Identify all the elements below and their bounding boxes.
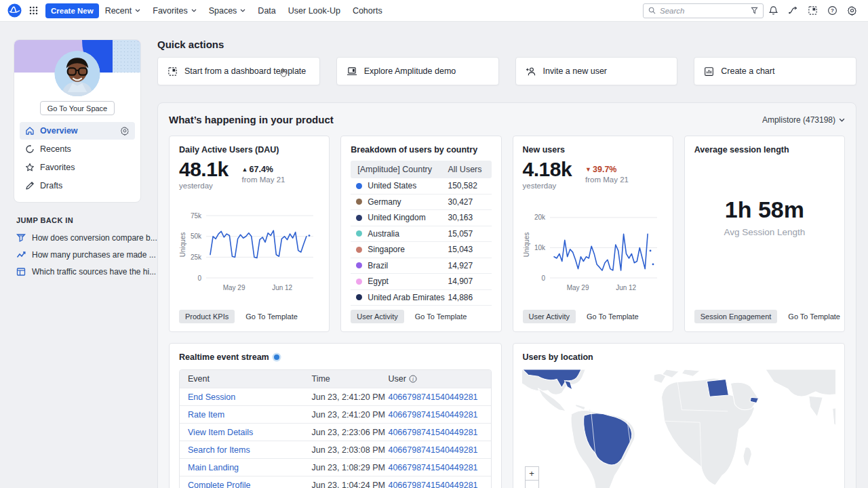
jump-item-label: How many purchases are made ... — [32, 250, 156, 260]
user-id-link[interactable]: 4066798741540449281 — [388, 445, 477, 455]
jump-item-table-chart[interactable]: Which traffic sources have the hi... — [16, 267, 141, 277]
user-id-link[interactable]: 4066798741540449281 — [388, 481, 477, 488]
country-name: Singapore — [368, 245, 448, 254]
category-chip[interactable]: User Activity — [523, 310, 576, 323]
jump-item-line-chart[interactable]: How many purchases are made ... — [16, 250, 141, 260]
country-row[interactable]: United States 150,582 — [351, 178, 491, 195]
event-row: Main Landing Jun 23, 1:08:29 PM 40667987… — [180, 458, 491, 476]
new-users-value: 4.18k — [523, 159, 572, 180]
user-id-link[interactable]: 4066798741540449281 — [388, 463, 477, 472]
metric-cards-row: Daily Active Users (DAU) 48.1k yesterday… — [169, 136, 845, 332]
country-table: [Amplitude] Country All Users United Sta… — [351, 161, 491, 306]
category-chip[interactable]: User Activity — [351, 310, 404, 323]
sidebar-item-drafts[interactable]: Drafts — [20, 177, 135, 195]
journeys-icon[interactable] — [783, 1, 803, 20]
category-chip[interactable]: Product KPIs — [179, 310, 235, 323]
user-id-link[interactable]: 4066798741540449281 — [388, 410, 477, 420]
new-users-line-chart[interactable]: 010k20kUniquesMay 29Jun 12 — [523, 205, 663, 304]
event-link[interactable]: Search for Items — [188, 445, 250, 455]
project-selector[interactable]: Amplistore (473198) — [762, 115, 845, 125]
series-color-dot — [356, 262, 362, 268]
quick-action-create-chart[interactable]: Create a chart — [694, 57, 856, 85]
country-row[interactable]: United Arab Emirates 14,886 — [351, 290, 491, 306]
go-to-your-space-button[interactable]: Go To Your Space — [40, 101, 115, 115]
sidebar-item-recents[interactable]: Recents — [20, 140, 135, 158]
event-row: End Session Jun 23, 2:41:20 PM 406679874… — [180, 388, 491, 405]
series-color-dot — [356, 279, 362, 285]
event-link[interactable]: Main Landing — [188, 463, 239, 472]
quick-action-label: Invite a new user — [543, 66, 608, 76]
nav-favorites[interactable]: Favorites — [146, 0, 202, 22]
country-row[interactable]: Australia 15,057 — [351, 226, 491, 243]
nav-spaces[interactable]: Spaces — [203, 0, 252, 22]
quick-action-explore-demo[interactable]: Explore Amplitude demo — [336, 57, 499, 85]
templates-icon[interactable] — [803, 1, 823, 20]
avatar[interactable] — [55, 51, 100, 96]
notifications-bell-icon[interactable] — [764, 1, 783, 20]
recents-icon — [25, 144, 35, 154]
country-row[interactable]: United Kingdom 30,163 — [351, 210, 491, 226]
country-row[interactable]: Singapore 15,043 — [351, 242, 491, 258]
country-value: 30,163 — [448, 213, 492, 222]
go-to-template-link[interactable]: Go To Template — [788, 312, 840, 321]
top-navigation-bar: Create New Recent Favorites Spaces Data … — [0, 0, 868, 22]
profile-card: Go To Your Space Overview Recents Favori… — [14, 39, 141, 203]
user-id-link[interactable]: 4066798741540449281 — [388, 392, 477, 402]
whats-happening-panel: What’s happening in your product Amplist… — [157, 102, 856, 488]
amplitude-logo[interactable] — [7, 3, 22, 18]
go-to-template-link[interactable]: Go To Template — [415, 312, 467, 321]
country-row[interactable]: Egypt 14,907 — [351, 274, 491, 290]
country-name: Brazil — [368, 261, 448, 270]
dau-line-chart[interactable]: 025k50k75kUniquesMay 29Jun 12 — [179, 205, 319, 304]
quick-action-invite-user[interactable]: Invite a new user — [515, 57, 678, 85]
country-name: United States — [368, 181, 448, 190]
nav-user-look-up[interactable]: User Look-Up — [282, 0, 347, 22]
svg-text:Jun 12: Jun 12 — [272, 284, 292, 291]
user-id-link[interactable]: 4066798741540449281 — [388, 428, 477, 437]
sidebar-item-overview[interactable]: Overview — [20, 122, 135, 140]
event-link[interactable]: View Item Details — [188, 428, 253, 437]
filter-funnel-icon[interactable] — [751, 7, 758, 14]
event-link[interactable]: Rate Item — [188, 410, 224, 420]
apps-grid-icon[interactable] — [26, 3, 41, 18]
nav-cohorts[interactable]: Cohorts — [347, 0, 389, 22]
event-link[interactable]: End Session — [188, 392, 235, 402]
country-name: Egypt — [368, 277, 448, 286]
help-icon[interactable]: ? — [823, 1, 842, 20]
nav-recent[interactable]: Recent — [99, 0, 147, 22]
search-icon — [648, 7, 656, 14]
world-map[interactable]: + — [522, 369, 836, 488]
sidebar-item-favorites[interactable]: Favorites — [20, 159, 135, 176]
invite-user-icon — [526, 66, 536, 77]
jump-item-funnel-chart[interactable]: How does conversion compare b... — [16, 233, 141, 243]
create-new-button[interactable]: Create New — [45, 3, 99, 18]
category-chip[interactable]: Session Engagement — [694, 310, 778, 323]
go-to-template-link[interactable]: Go To Template — [245, 312, 298, 321]
go-to-template-link[interactable]: Go To Template — [587, 312, 639, 321]
search-input[interactable] — [643, 3, 764, 18]
country-value: 150,582 — [448, 181, 492, 190]
chevron-down-icon — [839, 118, 845, 122]
settings-gear-icon[interactable] — [842, 1, 862, 20]
dau-card-title: Daily Active Users (DAU) — [179, 145, 319, 155]
country-name: United Arab Emirates — [368, 293, 448, 302]
zoom-out-button[interactable] — [525, 481, 539, 488]
event-time: Jun 23, 2:41:20 PM — [311, 392, 388, 402]
country-name: United Kingdom — [368, 213, 448, 222]
main-content: Quick actions Start from a dashboard tem… — [157, 22, 856, 488]
event-row: Rate Item Jun 23, 2:41:20 PM 40667987415… — [180, 405, 491, 423]
country-row[interactable]: Germany 30,427 — [351, 195, 491, 211]
sidebar-item-label: Drafts — [40, 181, 62, 190]
jump-item-label: How does conversion compare b... — [32, 233, 157, 243]
zoom-in-button[interactable]: + — [525, 466, 539, 481]
svg-text:Uniques: Uniques — [523, 232, 530, 257]
search-field[interactable] — [660, 7, 747, 15]
country-row[interactable]: Brazil 14,927 — [351, 258, 491, 274]
nav-data[interactable]: Data — [252, 0, 281, 22]
svg-text:0: 0 — [197, 274, 201, 281]
event-link[interactable]: Complete Profile — [188, 481, 250, 488]
quick-action-dashboard-template[interactable]: Start from a dashboard template — [157, 57, 320, 85]
space-settings-gear-icon[interactable] — [120, 126, 130, 136]
funnel-chart-icon — [16, 233, 26, 243]
dashboard-template-icon — [167, 66, 178, 77]
